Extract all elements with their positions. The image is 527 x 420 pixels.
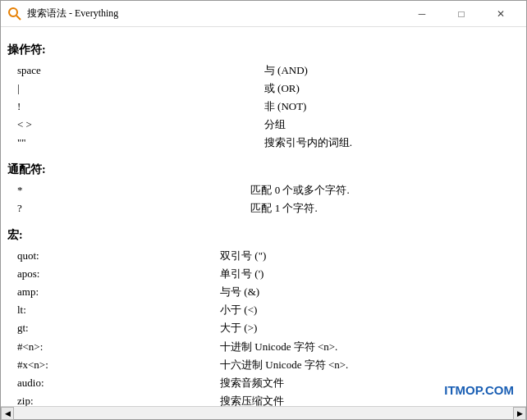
table-row: quot: 双引号 (") [14, 247, 520, 265]
table-row: | 或 (OR) [14, 80, 520, 98]
key-cell: #<n>: [14, 338, 217, 356]
value-cell: 非 (NOT) [261, 98, 520, 116]
value-cell: 单引号 (') [217, 265, 520, 283]
svg-line-1 [16, 16, 21, 20]
key-cell: #x<n>: [14, 356, 217, 374]
value-cell: 十进制 Unicode 字符 <n>. [217, 338, 520, 356]
value-cell: 搜索引号内的词组. [261, 134, 520, 152]
table-row: space 与 (AND) [14, 62, 520, 80]
value-cell: 小于 (<) [217, 301, 520, 319]
table-row: audio: 搜索音频文件 [14, 374, 520, 392]
app-icon [7, 7, 22, 21]
table-row: "" 搜索引号内的词组. [14, 134, 520, 152]
window-title: 搜索语法 - Everything [27, 7, 403, 21]
table-row: zip: 搜索压缩文件 [14, 392, 520, 406]
scroll-track[interactable] [14, 407, 513, 419]
key-cell: space [14, 62, 261, 80]
value-cell: 与号 (&) [217, 283, 520, 301]
value-cell: 与 (AND) [261, 62, 520, 80]
table-row: amp: 与号 (&) [14, 283, 520, 301]
value-cell: 匹配 1 个字符. [247, 199, 520, 217]
key-cell: apos: [14, 265, 217, 283]
content-area: 操作符: space 与 (AND) | 或 (OR) ! 非 (NOT) [1, 27, 526, 406]
table-row: apos: 单引号 (') [14, 265, 520, 283]
svg-point-0 [9, 8, 17, 16]
key-cell: "" [14, 134, 261, 152]
key-cell: gt: [14, 319, 217, 337]
scroll-right-button[interactable]: ▶ [513, 407, 526, 420]
help-content[interactable]: 操作符: space 与 (AND) | 或 (OR) ! 非 (NOT) [1, 27, 526, 406]
table-row: lt: 小于 (<) [14, 301, 520, 319]
table-row: #x<n>: 十六进制 Unicode 字符 <n>. [14, 356, 520, 374]
operators-header: 操作符: [7, 40, 513, 60]
operators-table: space 与 (AND) | 或 (OR) ! 非 (NOT) < > 分组 [14, 62, 520, 152]
key-cell: audio: [14, 374, 217, 392]
main-window: 搜索语法 - Everything ─ □ ✕ 操作符: space 与 (AN… [0, 0, 527, 420]
key-cell: lt: [14, 301, 217, 319]
table-row: ! 非 (NOT) [14, 98, 520, 116]
table-row: gt: 大于 (>) [14, 319, 520, 337]
key-cell: zip: [14, 392, 217, 406]
value-cell: 搜索压缩文件 [217, 392, 520, 406]
window-controls: ─ □ ✕ [403, 2, 520, 25]
value-cell: 双引号 (") [217, 247, 520, 265]
table-row: < > 分组 [14, 116, 520, 134]
key-cell: < > [14, 116, 261, 134]
key-cell: * [14, 181, 247, 199]
table-row: ? 匹配 1 个字符. [14, 199, 520, 217]
key-cell: amp: [14, 283, 217, 301]
horizontal-scrollbar[interactable]: ◀ ▶ [1, 406, 526, 419]
value-cell: 搜索音频文件 [217, 374, 520, 392]
scroll-left-button[interactable]: ◀ [1, 407, 14, 420]
minimize-button[interactable]: ─ [403, 2, 441, 25]
value-cell: 十六进制 Unicode 字符 <n>. [217, 356, 520, 374]
maximize-button[interactable]: □ [442, 2, 480, 25]
key-cell: quot: [14, 247, 217, 265]
table-row: * 匹配 0 个或多个字符. [14, 181, 520, 199]
value-cell: 匹配 0 个或多个字符. [247, 181, 520, 199]
value-cell: 或 (OR) [261, 80, 520, 98]
key-cell: ! [14, 98, 261, 116]
close-button[interactable]: ✕ [482, 2, 520, 25]
table-row: #<n>: 十进制 Unicode 字符 <n>. [14, 338, 520, 356]
key-cell: | [14, 80, 261, 98]
wildcards-table: * 匹配 0 个或多个字符. ? 匹配 1 个字符. [14, 181, 520, 217]
value-cell: 分组 [261, 116, 520, 134]
macros-table: quot: 双引号 (") apos: 单引号 (') amp: 与号 (&) … [14, 247, 520, 406]
title-bar: 搜索语法 - Everything ─ □ ✕ [1, 1, 526, 27]
wildcards-header: 通配符: [7, 160, 513, 180]
macros-header: 宏: [7, 226, 513, 245]
value-cell: 大于 (>) [217, 319, 520, 337]
key-cell: ? [14, 199, 247, 217]
